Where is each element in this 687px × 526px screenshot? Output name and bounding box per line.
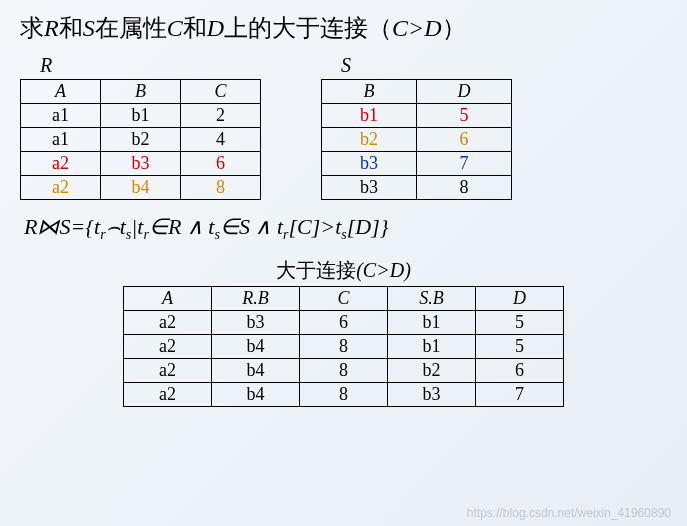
formula: R⋈S={tr⌢ts|tr∈R ∧ ts∈S ∧ tr[C]>ts[D]}: [24, 214, 663, 243]
result-header-SB: S.B: [388, 287, 476, 311]
cell: 5: [476, 335, 564, 359]
table-R-header-B: B: [101, 80, 181, 104]
cell: b2: [388, 359, 476, 383]
cell: b3: [388, 383, 476, 407]
table-row: b3 8: [322, 176, 512, 200]
title-R: R: [44, 15, 59, 41]
cell: a1: [21, 104, 101, 128]
cell: 8: [300, 359, 388, 383]
cell: 8: [300, 383, 388, 407]
formula-close: }: [380, 214, 389, 239]
cell: 6: [417, 128, 512, 152]
table-R-header-C: C: [181, 80, 261, 104]
cell: b1: [322, 104, 417, 128]
table-S-header-B: B: [322, 80, 417, 104]
result-block: 大于连接(C>D) A R.B C S.B D a2 b3 6 b1 5 a2 …: [20, 257, 667, 407]
table-S-block: S B D b1 5 b2 6 b3 7 b3 8: [321, 54, 512, 200]
table-row: a2 b4 8 b2 6: [124, 359, 564, 383]
result-title-cn: 大于连接: [276, 259, 356, 281]
cell: b3: [322, 176, 417, 200]
formula-brD: [D]: [347, 214, 380, 239]
cell: a2: [124, 311, 212, 335]
table-S-header-row: B D: [322, 80, 512, 104]
input-tables-row: R A B C a1 b1 2 a1 b2 4 a2 b3 6: [20, 54, 667, 200]
cell: b3: [212, 311, 300, 335]
table-row: a2 b4 8: [21, 176, 261, 200]
cell: 6: [300, 311, 388, 335]
table-row: a2 b3 6 b1 5: [124, 311, 564, 335]
in-icon: ∈: [149, 214, 168, 239]
cell: a2: [124, 383, 212, 407]
title-text-5: 上的大于连接（: [224, 15, 392, 41]
and-icon: ∧: [187, 214, 203, 239]
result-header-RB: R.B: [212, 287, 300, 311]
formula-brC: [C]: [289, 214, 321, 239]
cell: a1: [21, 128, 101, 152]
cell: 6: [181, 152, 261, 176]
cell: 5: [476, 311, 564, 335]
result-header-A: A: [124, 287, 212, 311]
title-text-4: 和: [183, 15, 207, 41]
formula-bar: |t: [131, 214, 143, 239]
cell: b2: [322, 128, 417, 152]
title-cond: C>D: [392, 15, 442, 41]
formula-R2: R: [168, 214, 181, 239]
cell: a2: [124, 335, 212, 359]
cell: 7: [417, 152, 512, 176]
result-title: 大于连接(C>D): [276, 257, 411, 284]
cell: 8: [417, 176, 512, 200]
title-D: D: [207, 15, 224, 41]
table-row: b3 7: [322, 152, 512, 176]
table-R: A B C a1 b1 2 a1 b2 4 a2 b3 6 a2 b4: [20, 79, 261, 200]
page-title: 求R和S在属性C和D上的大于连接（C>D）: [20, 12, 667, 44]
cell: b1: [388, 311, 476, 335]
cell: a2: [21, 152, 101, 176]
cell: 8: [181, 176, 261, 200]
gt-icon: >: [320, 214, 335, 239]
watermark: https://blog.csdn.net/weixin_41960890: [467, 506, 671, 520]
formula-S: S: [59, 214, 70, 239]
cell: b4: [212, 335, 300, 359]
cell: a2: [124, 359, 212, 383]
title-S: S: [83, 15, 95, 41]
formula-t4: t: [271, 214, 283, 239]
table-S: B D b1 5 b2 6 b3 7 b3 8: [321, 79, 512, 200]
table-R-block: R A B C a1 b1 2 a1 b2 4 a2 b3 6: [20, 54, 261, 200]
and-icon-2: ∧: [255, 214, 271, 239]
cell: 8: [300, 335, 388, 359]
title-C: C: [167, 15, 183, 41]
cap-icon: ⌢: [106, 214, 120, 239]
cell: b4: [101, 176, 181, 200]
formula-body: {t: [85, 214, 100, 239]
table-row: a2 b4 8 b3 7: [124, 383, 564, 407]
title-text-3: 在属性: [95, 15, 167, 41]
table-result-header-row: A R.B C S.B D: [124, 287, 564, 311]
table-R-header-row: A B C: [21, 80, 261, 104]
title-text-2: 和: [59, 15, 83, 41]
result-header-D: D: [476, 287, 564, 311]
cell: 2: [181, 104, 261, 128]
table-R-header-A: A: [21, 80, 101, 104]
table-row: a2 b4 8 b1 5: [124, 335, 564, 359]
formula-S2: S: [239, 214, 250, 239]
table-R-label: R: [20, 54, 261, 77]
formula-eq: =: [70, 214, 85, 239]
in-icon-2: ∈: [220, 214, 239, 239]
formula-t3: t: [203, 214, 215, 239]
cell: 5: [417, 104, 512, 128]
table-row: a1 b1 2: [21, 104, 261, 128]
formula-R: R: [24, 214, 37, 239]
table-row: a2 b3 6: [21, 152, 261, 176]
cell: a2: [21, 176, 101, 200]
cell: 4: [181, 128, 261, 152]
table-result: A R.B C S.B D a2 b3 6 b1 5 a2 b4 8 b1 5 …: [123, 286, 564, 407]
cell: b1: [388, 335, 476, 359]
table-S-label: S: [321, 54, 512, 77]
table-row: b2 6: [322, 128, 512, 152]
table-S-header-D: D: [417, 80, 512, 104]
table-row: a1 b2 4: [21, 128, 261, 152]
cell: 6: [476, 359, 564, 383]
cell: b3: [322, 152, 417, 176]
table-row: b1 5: [322, 104, 512, 128]
cell: b2: [101, 128, 181, 152]
